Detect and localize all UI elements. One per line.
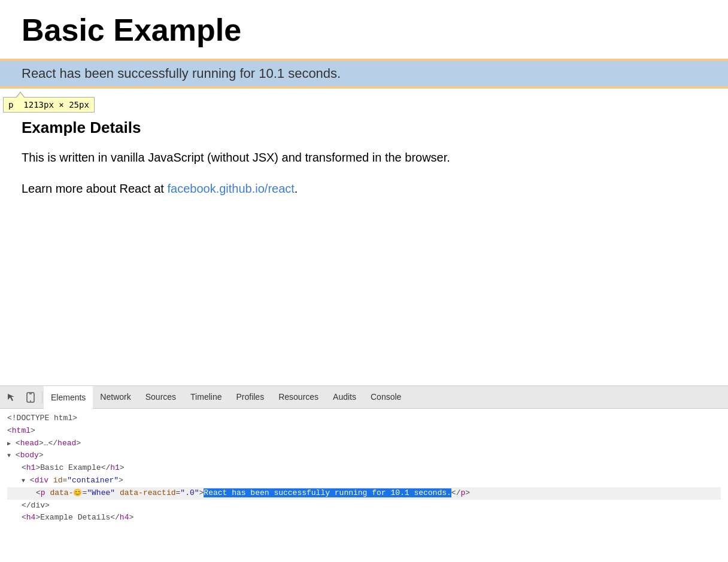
code-line-h1[interactable]: <h1>Basic Example</h1> — [7, 462, 721, 475]
example-details-section: Example Details This is written in vanil… — [22, 119, 706, 197]
code-line-body-open[interactable]: ▼ <body> — [7, 449, 721, 462]
tab-audits[interactable]: Audits — [326, 386, 363, 409]
tab-console[interactable]: Console — [363, 386, 408, 409]
svg-point-2 — [30, 400, 31, 402]
code-line-head[interactable]: ▶ <head>…</head> — [7, 438, 721, 450]
cursor-icon — [7, 393, 16, 402]
code-line-h4[interactable]: <h4>Example Details</h4> — [7, 512, 721, 524]
notification-text: React has been successfully running for … — [22, 66, 341, 81]
main-content: Basic Example React has been successfull… — [0, 0, 728, 389]
tooltip-box: p 1213px × 25px — [3, 97, 95, 113]
tab-network[interactable]: Network — [93, 386, 138, 409]
description-text: This is written in vanilla JavaScript (w… — [22, 149, 706, 166]
example-details-title: Example Details — [22, 119, 706, 137]
learn-more-text: Learn more about React at facebook.githu… — [22, 180, 706, 197]
code-line-div-container[interactable]: ▼ <div id="container"> — [7, 475, 721, 487]
mobile-icon-btn[interactable] — [22, 388, 40, 406]
mobile-device-icon — [26, 392, 35, 403]
code-line-html: <html> — [7, 425, 721, 438]
code-line-p-highlighted[interactable]: <p data-😊="Whee" data-reactid=".0">React… — [7, 487, 721, 500]
tab-resources[interactable]: Resources — [271, 386, 326, 409]
inspect-icon-btn[interactable] — [2, 388, 20, 406]
tab-timeline[interactable]: Timeline — [183, 386, 229, 409]
learn-more-suffix: . — [295, 182, 298, 195]
notification-inner: React has been successfully running for … — [0, 61, 728, 86]
devtools-panel: Elements Network Sources Timeline Profil… — [0, 385, 728, 562]
devtools-tabs: Elements Network Sources Timeline Profil… — [0, 386, 728, 409]
notification-bar: React has been successfully running for … — [0, 59, 728, 89]
code-line-doctype: <!DOCTYPE html> — [7, 412, 721, 425]
tooltip-text: p 1213px × 25px — [8, 100, 89, 110]
highlighted-text: React has been successfully running for … — [204, 488, 451, 497]
learn-more-prefix: Learn more about React at — [22, 182, 167, 195]
page-title: Basic Example — [22, 12, 706, 48]
tab-sources[interactable]: Sources — [138, 386, 183, 409]
tab-elements[interactable]: Elements — [44, 386, 93, 409]
devtools-content: <!DOCTYPE html> <html> ▶ <head>…</head> … — [0, 409, 728, 562]
tab-separator — [42, 391, 43, 403]
code-line-div-close: </div> — [7, 500, 721, 512]
learn-more-link[interactable]: facebook.github.io/react — [167, 182, 294, 195]
tab-profiles[interactable]: Profiles — [229, 386, 271, 409]
